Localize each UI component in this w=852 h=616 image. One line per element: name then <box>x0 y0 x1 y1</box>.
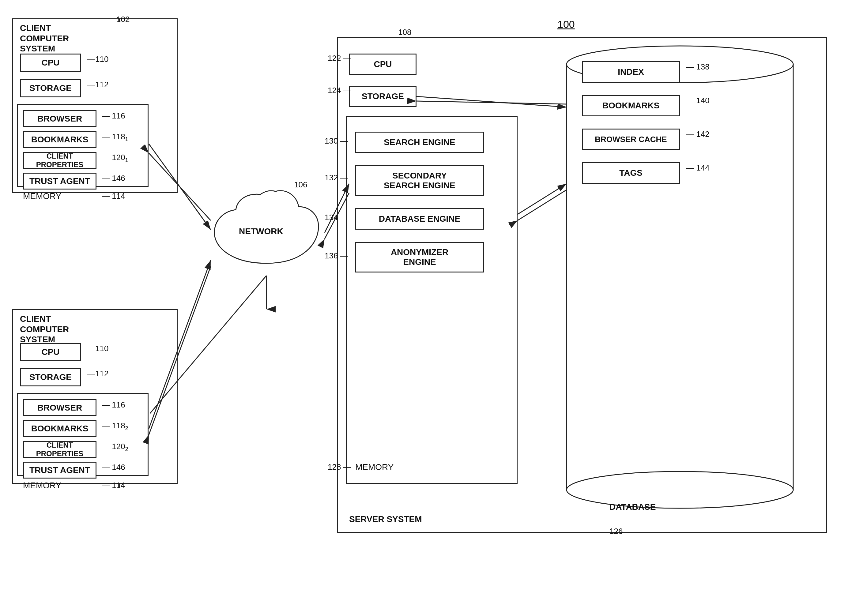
client1-ref: 102 <box>116 15 130 24</box>
browser-cache-ref: — 142 <box>686 130 710 139</box>
server-memory-ref: 128 — <box>328 462 351 472</box>
index-box: INDEX <box>582 61 680 83</box>
browser-cache-box: BROWSER CACHE <box>582 128 680 150</box>
db-bookmarks-ref: — 140 <box>686 96 710 105</box>
browser-cache-label: BROWSER CACHE <box>595 135 667 144</box>
search-engine-box: SEARCH ENGINE <box>355 131 484 153</box>
anonymizer-box: ANONYMIZERENGINE <box>355 242 484 272</box>
network-cloud: NETWORK <box>208 190 325 277</box>
client1-browser-label: BROWSER <box>37 114 82 124</box>
client1-storage-label: STORAGE <box>29 83 72 93</box>
client1-cpu-ref: —110 <box>87 54 109 64</box>
client1-memory-ref: — 114 <box>102 191 125 201</box>
client2-cpu-ref: —110 <box>87 344 109 353</box>
anonymizer-label: ANONYMIZERENGINE <box>391 248 449 267</box>
client2-bookmarks-ref: — 1182 <box>102 421 128 432</box>
server-cpu-label: CPU <box>374 59 392 69</box>
client1-storage-ref: —112 <box>87 80 109 89</box>
svg-rect-0 <box>566 64 793 490</box>
client1-bookmarks-box: BOOKMARKS <box>23 131 97 148</box>
client2-memory-ref: — 114 <box>102 481 125 490</box>
client2-browser-label: BROWSER <box>37 403 82 413</box>
search-engine-ref: 130 — <box>325 136 348 146</box>
client2-props-box: CLIENT PROPERTIES <box>23 441 97 458</box>
database-engine-label: DATABASE ENGINE <box>379 214 461 224</box>
client1-props-ref: — 1201 <box>102 153 128 163</box>
client1-trust-label: TRUST AGENT <box>29 177 90 186</box>
database-engine-box: DATABASE ENGINE <box>355 208 484 229</box>
client1-browser-box: BROWSER <box>23 110 97 127</box>
tags-box: TAGS <box>582 162 680 184</box>
client2-storage-box: STORAGE <box>20 368 81 387</box>
server-title: SERVER SYSTEM <box>349 514 422 524</box>
tags-label: TAGS <box>619 168 642 178</box>
secondary-search-ref: 132 — <box>325 173 348 183</box>
index-label: INDEX <box>618 67 644 77</box>
index-ref: — 138 <box>686 62 710 72</box>
database-engine-ref: 134 — <box>325 213 348 222</box>
client1-trust-ref: — 146 <box>102 174 125 183</box>
secondary-search-label: SECONDARYSEARCH ENGINE <box>384 171 455 190</box>
server-storage-ref: 124 — <box>328 86 351 95</box>
client2-bookmarks-label: BOOKMARKS <box>31 424 89 433</box>
server-memory-label: MEMORY <box>355 462 394 472</box>
client1-browser-ref: — 116 <box>102 111 125 121</box>
client1-bookmarks-ref: — 1181 <box>102 132 128 143</box>
client2-cpu-box: CPU <box>20 343 81 361</box>
client2-storage-label: STORAGE <box>29 372 72 382</box>
anonymizer-ref: 136 — <box>325 251 348 261</box>
client1-props-label: CLIENT PROPERTIES <box>24 152 95 169</box>
client1-trust-box: TRUST AGENT <box>23 173 97 190</box>
client1-storage-box: STORAGE <box>20 79 81 97</box>
client1-memory-label: MEMORY <box>23 191 62 201</box>
client1-cpu-label: CPU <box>41 58 59 68</box>
database-title: DATABASE <box>609 502 656 512</box>
database-ref: 126 <box>609 527 622 536</box>
svg-point-2 <box>566 471 793 508</box>
network-ref: 106 <box>294 180 307 190</box>
server-ref: 108 <box>398 27 411 37</box>
client2-trust-box: TRUST AGENT <box>23 462 97 479</box>
network-label: NETWORK <box>239 226 283 236</box>
client1-bookmarks-label: BOOKMARKS <box>31 135 89 145</box>
server-cpu-box: CPU <box>349 54 417 75</box>
db-bookmarks-label: BOOKMARKS <box>603 101 660 110</box>
server-storage-label: STORAGE <box>362 92 404 101</box>
client2-bookmarks-box: BOOKMARKS <box>23 420 97 437</box>
db-bookmarks-box: BOOKMARKS <box>582 95 680 116</box>
tags-ref: — 144 <box>686 163 710 173</box>
ref-100: 100 <box>557 18 575 30</box>
client2-title: CLIENT COMPUTER SYSTEM <box>20 314 87 345</box>
server-storage-box: STORAGE <box>349 86 417 107</box>
client2-trust-label: TRUST AGENT <box>29 465 90 475</box>
diagram: 100 CLIENT COMPUTER SYSTEM 102 CPU —110 … <box>0 0 852 616</box>
client2-trust-ref: — 146 <box>102 463 125 472</box>
client2-storage-ref: —112 <box>87 369 109 378</box>
client1-title: CLIENT COMPUTER SYSTEM <box>20 23 87 54</box>
client2-memory-label: MEMORY <box>23 481 62 491</box>
client2-props-ref: — 1202 <box>102 442 128 453</box>
client2-browser-ref: — 116 <box>102 400 125 410</box>
client2-browser-box: BROWSER <box>23 399 97 416</box>
client2-cpu-label: CPU <box>41 347 59 357</box>
client2-props-label: CLIENT PROPERTIES <box>24 441 95 458</box>
search-engine-label: SEARCH ENGINE <box>384 137 455 147</box>
client1-props-box: CLIENT PROPERTIES <box>23 152 97 169</box>
client1-cpu-box: CPU <box>20 54 81 72</box>
secondary-search-box: SECONDARYSEARCH ENGINE <box>355 165 484 196</box>
server-cpu-ref: 122 — <box>328 54 351 63</box>
